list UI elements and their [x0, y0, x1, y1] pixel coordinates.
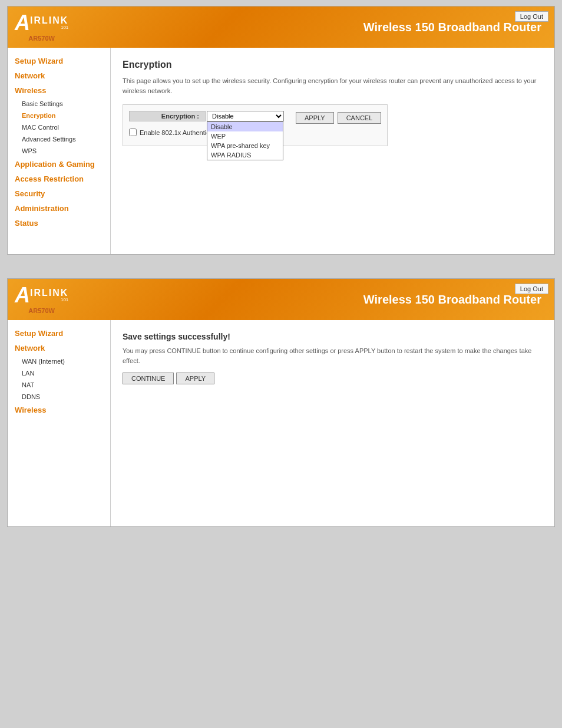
header-title-1: Wireless 150 Broadband Router — [68, 21, 547, 34]
cancel-button-1[interactable]: CANCEL — [338, 112, 382, 124]
sidebar-2: Setup Wizard Network WAN (Internet) LAN … — [8, 320, 111, 526]
main-content-2: Setup Wizard Network WAN (Internet) LAN … — [8, 320, 554, 526]
sidebar-item-mac-control[interactable]: MAC Control — [8, 121, 110, 133]
encryption-select[interactable]: Disable WEP WPA pre-shared key WPA RADIU… — [207, 111, 284, 121]
router-panel-2: A IRLINK 101 AR570W Wireless 150 Broadba… — [7, 278, 555, 527]
model-name-1: AR570W — [28, 35, 55, 42]
page-description-1: This page allows you to set up the wirel… — [123, 76, 543, 95]
content-area-2: Save settings successfully! You may pres… — [111, 320, 554, 526]
panel-divider — [6, 266, 556, 278]
sidebar-item-network[interactable]: Network — [8, 68, 110, 83]
encryption-form: Encryption : Disable WEP WPA pre-shared … — [123, 104, 388, 146]
logo-block-2: A IRLINK 101 AR570W — [15, 285, 68, 314]
success-title: Save settings successfully! — [123, 332, 543, 341]
header-title-2: Wireless 150 Broadband Router — [68, 293, 547, 307]
header-2: A IRLINK 101 AR570W Wireless 150 Broadba… — [8, 279, 554, 320]
logo-101-text: 101 — [30, 25, 68, 30]
encryption-dropdown-list: Disable WEP WPA pre-shared key WPA RADIU… — [207, 121, 283, 160]
header-1: A IRLINK 101 AR570W Wireless 150 Broadba… — [8, 6, 554, 48]
logo-irlink-text: IRLINK — [30, 16, 68, 25]
apply-button-2[interactable]: APPLY — [176, 373, 214, 384]
sidebar-item-nat-2[interactable]: NAT — [8, 379, 110, 391]
dropdown-option-wpa-psk[interactable]: WPA pre-shared key — [207, 141, 283, 150]
sidebar-item-advanced-settings[interactable]: Advanced Settings — [8, 133, 110, 145]
continue-button[interactable]: CONTINUE — [123, 373, 174, 384]
sidebar-item-status[interactable]: Status — [8, 216, 110, 230]
logo-a-icon-2: A — [15, 285, 30, 306]
form-buttons: APPLY CANCEL — [296, 112, 381, 124]
sidebar-item-security[interactable]: Security — [8, 186, 110, 201]
sidebar-item-ddns-2[interactable]: DDNS — [8, 391, 110, 403]
sidebar-1: Setup Wizard Network Wireless Basic Sett… — [8, 48, 111, 254]
dropdown-option-wpa-radius[interactable]: WPA RADIUS — [207, 150, 283, 160]
dropdown-option-disable[interactable]: Disable — [207, 122, 283, 131]
sidebar-item-wps[interactable]: WPS — [8, 145, 110, 157]
sidebar-item-wireless[interactable]: Wireless — [8, 83, 110, 98]
page-title-1: Encryption — [123, 60, 543, 70]
sidebar-item-app-gaming[interactable]: Application & Gaming — [8, 157, 110, 172]
sidebar-item-setup-wizard-2[interactable]: Setup Wizard — [8, 326, 110, 341]
sidebar-item-lan-2[interactable]: LAN — [8, 367, 110, 379]
sidebar-item-encryption[interactable]: Encryption — [8, 110, 110, 121]
router-panel-1: A IRLINK 101 AR570W Wireless 150 Broadba… — [7, 6, 555, 255]
apply-button-1[interactable]: APPLY — [296, 112, 334, 124]
content-area-1: Encryption This page allows you to set u… — [111, 48, 554, 254]
encryption-dropdown-wrapper: Disable WEP WPA pre-shared key WPA RADIU… — [207, 111, 284, 121]
enable-802-1x-checkbox[interactable] — [129, 129, 137, 136]
logout-button-2[interactable]: Log Out — [515, 284, 548, 294]
encryption-label: Encryption : — [129, 111, 206, 121]
sidebar-item-wan-2[interactable]: WAN (Internet) — [8, 355, 110, 367]
logo-block-1: A IRLINK 101 AR570W — [15, 12, 68, 42]
main-content-1: Setup Wizard Network Wireless Basic Sett… — [8, 48, 554, 254]
logo-a-icon: A — [15, 12, 30, 34]
sidebar-item-wireless-2[interactable]: Wireless — [8, 403, 110, 417]
logo-irlink-text-2: IRLINK — [30, 288, 68, 298]
logout-button-1[interactable]: Log Out — [515, 11, 548, 22]
sidebar-item-basic-settings[interactable]: Basic Settings — [8, 98, 110, 110]
sidebar-item-administration[interactable]: Administration — [8, 201, 110, 216]
encryption-row: Encryption : Disable WEP WPA pre-shared … — [129, 111, 381, 124]
sidebar-item-network-2[interactable]: Network — [8, 341, 110, 355]
logo-101-text-2: 101 — [30, 298, 68, 302]
success-description: You may press CONTINUE button to continu… — [123, 346, 543, 365]
dropdown-option-wep[interactable]: WEP — [207, 131, 283, 141]
sidebar-item-access-restriction[interactable]: Access Restriction — [8, 172, 110, 186]
success-buttons: CONTINUE APPLY — [123, 373, 543, 384]
sidebar-item-setup-wizard[interactable]: Setup Wizard — [8, 54, 110, 68]
model-name-2: AR570W — [28, 307, 55, 314]
